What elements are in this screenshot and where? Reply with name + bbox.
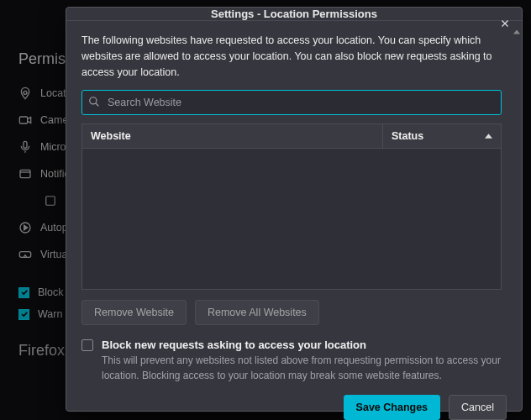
- dialog-scrollbar[interactable]: [513, 28, 520, 376]
- remove-website-button[interactable]: Remove Website: [81, 300, 187, 325]
- search-input[interactable]: [81, 90, 502, 115]
- block-new-requests-label: Block new requests asking to access your…: [102, 339, 502, 351]
- column-status[interactable]: Status: [383, 124, 501, 148]
- column-website[interactable]: Website: [82, 124, 383, 148]
- remove-all-websites-button[interactable]: Remove All Websites: [195, 300, 319, 325]
- block-new-requests-help: This will prevent any websites not liste…: [102, 354, 502, 383]
- dialog-title: Settings - Location Permissions: [211, 8, 377, 20]
- dialog-header: Settings - Location Permissions: [66, 8, 522, 21]
- websites-table: Website Status: [81, 123, 502, 290]
- location-permissions-dialog: Settings - Location Permissions The foll…: [66, 7, 523, 412]
- dialog-description: The following websites have requested to…: [81, 33, 513, 80]
- search-icon: [88, 96, 100, 108]
- dialog-footer: Save Changes Cancel: [66, 383, 522, 420]
- table-body-empty: [82, 149, 501, 289]
- scroll-up-icon: [513, 28, 520, 36]
- cancel-button[interactable]: Cancel: [449, 395, 507, 420]
- search-field-wrapper: [81, 90, 502, 115]
- sort-asc-icon: [485, 134, 492, 139]
- block-new-requests-checkbox[interactable]: [81, 339, 93, 351]
- table-header: Website Status: [82, 124, 501, 149]
- svg-point-7: [90, 97, 97, 104]
- save-changes-button[interactable]: Save Changes: [344, 395, 440, 420]
